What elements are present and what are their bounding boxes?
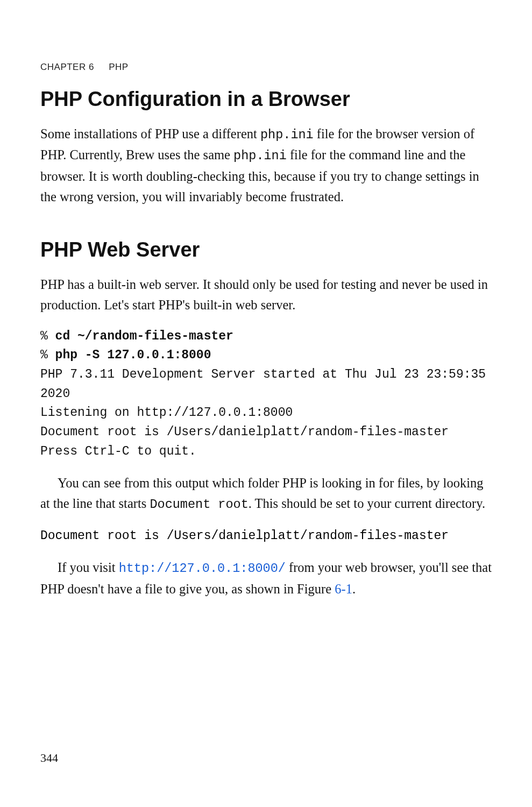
chapter-label: CHAPTER 6 [40, 62, 94, 72]
shell-prompt: % [40, 329, 55, 343]
page-number: 344 [40, 751, 58, 765]
section-heading-config: PHP Configuration in a Browser [40, 88, 492, 111]
section2-paragraph3: If you visit http://127.0.0.1:8000/ from… [40, 557, 492, 599]
chapter-title: PHP [109, 62, 128, 72]
text: . This should be set to your current dir… [249, 496, 485, 511]
code-line-docroot: Document root is /Users/danielplatt/rand… [40, 527, 492, 546]
url-link[interactable]: http://127.0.0.1:8000/ [119, 561, 286, 576]
shell-output-line: Press Ctrl-C to quit. [40, 444, 196, 458]
inline-code-document-root: Document root [150, 497, 248, 512]
shell-output-line: Document root is /Users/danielplatt/rand… [40, 425, 449, 439]
shell-command: php -S 127.0.0.1:8000 [55, 348, 211, 362]
text: If you visit [58, 560, 119, 575]
section1-paragraph: Some installations of PHP use a differen… [40, 124, 492, 207]
inline-code-phpini: php.ini [233, 148, 287, 163]
figure-ref-link[interactable]: 6-1 [335, 582, 352, 596]
text: Some installations of PHP use a differen… [40, 126, 260, 141]
shell-command: cd ~/random-files-master [55, 329, 233, 343]
shell-output-line: PHP 7.3.11 Development Server started at… [40, 367, 493, 401]
section2-paragraph2: You can see from this output which folde… [40, 473, 492, 514]
section-heading-webserver: PHP Web Server [40, 238, 492, 261]
text: . [352, 582, 356, 596]
code-block-terminal: % cd ~/random-files-master % php -S 127.… [40, 327, 492, 461]
shell-prompt: % [40, 348, 55, 362]
shell-output-line: Listening on http://127.0.0.1:8000 [40, 406, 293, 420]
inline-code-phpini: php.ini [260, 128, 314, 142]
running-header: CHAPTER 6 PHP [40, 62, 492, 73]
section2-intro: PHP has a built-in web server. It should… [40, 274, 492, 315]
